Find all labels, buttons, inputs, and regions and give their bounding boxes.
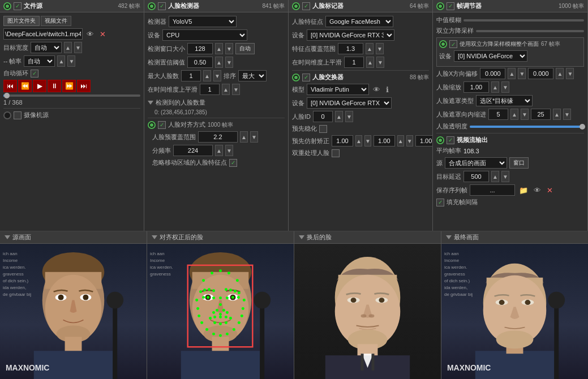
freeze-check[interactable] — [319, 125, 327, 133]
scale-up[interactable]: ▲ — [491, 81, 499, 93]
face-id-input[interactable] — [313, 111, 333, 122]
save-path-input[interactable] — [470, 184, 515, 196]
btn-play[interactable]: ▶ — [33, 80, 46, 92]
marker-smooth-input[interactable] — [344, 57, 364, 68]
scale-input[interactable] — [463, 81, 489, 93]
landmark-select[interactable]: Google FaceMesh — [325, 16, 393, 27]
smooth-down[interactable]: ▼ — [232, 84, 240, 95]
adjuster-power[interactable] — [436, 2, 444, 10]
threshold-down[interactable]: ▼ — [225, 57, 233, 68]
ignore-landmark-check[interactable] — [229, 159, 237, 167]
align-y-input[interactable] — [374, 135, 395, 147]
bilateral-slider[interactable] — [476, 30, 584, 32]
resolution-input[interactable] — [173, 145, 213, 156]
align-power[interactable] — [148, 121, 156, 129]
stream-check[interactable] — [447, 136, 454, 144]
resolution-down[interactable]: ▼ — [225, 145, 233, 156]
y-offset-input[interactable] — [528, 68, 553, 79]
save-folder-btn[interactable]: 📁 — [517, 186, 530, 195]
file-path-input[interactable] — [3, 28, 83, 40]
close-btn[interactable]: ✕ — [98, 29, 108, 39]
camera-check[interactable] — [14, 111, 22, 119]
x-offset-up[interactable]: ▲ — [508, 68, 516, 79]
model-info-btn[interactable]: ℹ — [384, 85, 390, 94]
detector-check[interactable] — [158, 2, 166, 10]
tab-images[interactable]: 图片文件夹 — [3, 16, 40, 26]
scale-down[interactable]: ▼ — [501, 81, 509, 93]
align-x-up[interactable]: ▲ — [355, 135, 362, 147]
blur-up[interactable]: ▲ — [553, 109, 561, 120]
tab-video[interactable]: 视频文件 — [41, 16, 71, 26]
model-eye-btn[interactable]: 👁 — [371, 85, 382, 94]
delay-down[interactable]: ▼ — [501, 171, 509, 182]
source-output-select[interactable]: 合成后的画面 — [445, 157, 507, 169]
coverage-up[interactable]: ▲ — [240, 131, 248, 143]
detector-select[interactable]: YoloV5 — [169, 16, 237, 27]
align-z-input[interactable] — [415, 135, 432, 147]
model-select[interactable]: Vladimir Putin — [307, 84, 369, 95]
erosion-up[interactable]: ▲ — [510, 109, 518, 120]
pass-type-select[interactable]: 选区*目标缘 — [476, 95, 533, 106]
window-size-input[interactable] — [187, 43, 213, 54]
sort-select[interactable]: 最大 — [238, 70, 267, 81]
smooth-up[interactable]: ▲ — [222, 84, 230, 95]
window-size-down[interactable]: ▼ — [225, 43, 233, 54]
target-width-up[interactable]: ▲ — [64, 42, 72, 53]
marker-smooth-down[interactable]: ▼ — [376, 57, 384, 68]
align-x-input[interactable] — [332, 135, 353, 147]
y-offset-down[interactable]: ▼ — [566, 68, 574, 79]
median-slider[interactable] — [463, 19, 584, 21]
btn-next[interactable]: ⏩ — [62, 80, 76, 92]
marker-check[interactable] — [302, 2, 310, 10]
coverage-input[interactable] — [198, 131, 238, 143]
face-id-up[interactable]: ▲ — [335, 111, 343, 122]
blur-input[interactable] — [531, 109, 551, 120]
coverage-down[interactable]: ▼ — [250, 131, 258, 143]
btn-next-end[interactable]: ⏭ — [77, 80, 91, 92]
face-id-down[interactable]: ▼ — [345, 111, 353, 122]
threshold-up[interactable]: ▲ — [215, 57, 223, 68]
resolution-up[interactable]: ▲ — [215, 145, 223, 156]
eye-btn[interactable]: 👁 — [85, 29, 96, 39]
adjuster-check[interactable] — [447, 2, 454, 10]
fill-gaps-check[interactable] — [436, 199, 444, 206]
erosion-input[interactable] — [488, 109, 508, 120]
exchanger-check[interactable] — [302, 74, 310, 81]
marker-power[interactable] — [292, 2, 300, 10]
align-x-down[interactable]: ▼ — [364, 135, 371, 147]
target-width-down[interactable]: ▼ — [74, 42, 82, 53]
btn-prev[interactable]: ⏪ — [18, 80, 32, 92]
smooth-input[interactable] — [200, 84, 220, 95]
camera-power[interactable] — [3, 111, 11, 119]
sub-check[interactable] — [449, 40, 457, 48]
marker-device-select[interactable]: [0] NVIDIA GeForce RTX 3 — [307, 29, 394, 41]
save-eye-btn[interactable]: 👁 — [532, 186, 543, 195]
opacity-slider[interactable] — [470, 126, 584, 128]
threshold-input[interactable] — [187, 57, 213, 68]
max-faces-down[interactable]: ▼ — [213, 70, 221, 81]
progress-bar[interactable] — [3, 94, 140, 97]
sub-device-select[interactable]: [0] NVIDIA GeForce — [454, 50, 527, 62]
marker-smooth-up[interactable]: ▲ — [366, 57, 374, 68]
fps-down[interactable]: ▼ — [67, 55, 75, 67]
detector-power[interactable] — [148, 2, 156, 10]
delay-up[interactable]: ▲ — [491, 171, 499, 182]
align-y-down[interactable]: ▼ — [406, 135, 413, 147]
blur-down[interactable]: ▼ — [563, 109, 571, 120]
btn-pause[interactable]: ⏸ — [48, 80, 61, 92]
x-offset-down[interactable]: ▼ — [518, 68, 526, 79]
double-check[interactable] — [332, 149, 340, 157]
delay-input[interactable] — [463, 171, 489, 182]
stream-power[interactable] — [436, 136, 444, 144]
sub-power[interactable] — [439, 40, 447, 48]
erosion-down[interactable]: ▼ — [521, 109, 529, 120]
fps-select[interactable]: 自动 — [24, 55, 55, 67]
source-check[interactable] — [14, 2, 22, 10]
feature-range-down[interactable]: ▼ — [376, 43, 384, 54]
feature-range-input[interactable] — [338, 43, 363, 54]
window-size-auto[interactable]: 自动 — [235, 43, 255, 54]
save-close-btn[interactable]: ✕ — [545, 186, 555, 195]
x-offset-input[interactable] — [480, 68, 505, 79]
exchanger-power[interactable] — [292, 74, 300, 81]
exchanger-device-select[interactable]: [0] NVIDIA GeForce RTX — [307, 97, 392, 109]
